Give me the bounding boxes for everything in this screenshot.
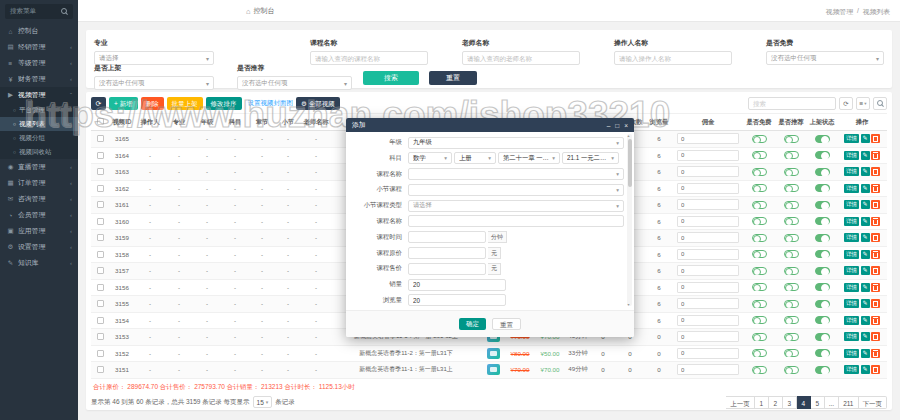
free-toggle[interactable] xyxy=(752,168,767,176)
sidebar-subitem-video-list[interactable]: ○ 视频列表 xyxy=(0,117,78,131)
delete-row-button[interactable] xyxy=(871,184,880,193)
free-toggle[interactable] xyxy=(752,135,767,143)
sidebar-item-apps[interactable]: ▣ 应用管理‹ xyxy=(0,223,78,239)
row-checkbox[interactable] xyxy=(97,185,104,192)
confirm-button[interactable]: 确定 xyxy=(459,318,486,330)
page-button[interactable]: 上一页 xyxy=(726,396,755,409)
recommend-toggle[interactable] xyxy=(784,349,799,357)
detail-button[interactable]: 详情 xyxy=(844,349,859,358)
delete-row-button[interactable] xyxy=(871,151,880,160)
select-all-checkbox[interactable] xyxy=(97,118,104,125)
on-shelf-toggle[interactable] xyxy=(815,168,830,176)
sidebar-item-orders[interactable]: ▦ 订单管理‹ xyxy=(0,175,78,191)
on-shelf-toggle[interactable] xyxy=(815,283,830,291)
sidebar-item-knowledge[interactable]: ✎ 知识库‹ xyxy=(0,255,78,271)
detail-button[interactable]: 详情 xyxy=(844,217,859,226)
edit-button[interactable]: ✎ xyxy=(861,283,870,292)
commission-input[interactable] xyxy=(677,150,739,161)
sales-field[interactable] xyxy=(408,279,506,291)
free-toggle[interactable] xyxy=(752,151,767,159)
page-button[interactable]: 4 xyxy=(797,396,811,409)
recommend-select[interactable]: 没有选中任何项 xyxy=(237,76,352,90)
free-toggle[interactable] xyxy=(752,184,767,192)
sale-price-field[interactable] xyxy=(408,263,486,275)
section-course-select[interactable] xyxy=(408,184,624,196)
original-price-field[interactable] xyxy=(408,247,486,259)
commission-input[interactable] xyxy=(677,348,739,359)
sidebar-subitem-platform[interactable]: ○ 平台管理 xyxy=(0,103,78,117)
recommend-toggle[interactable] xyxy=(784,184,799,192)
detail-button[interactable]: 详情 xyxy=(844,365,859,374)
on-shelf-toggle[interactable] xyxy=(815,267,830,275)
sidebar-item-video-management[interactable]: ▶ 视频管理ˇ xyxy=(0,87,78,103)
detail-button[interactable]: 详情 xyxy=(844,332,859,341)
detail-button[interactable]: 详情 xyxy=(844,250,859,259)
set-cover-link[interactable]: 设置视频封面图 xyxy=(248,99,294,108)
commission-input[interactable] xyxy=(677,282,739,293)
reset-button[interactable]: 重置 xyxy=(429,71,477,85)
on-shelf-toggle[interactable] xyxy=(815,135,830,143)
edit-button[interactable]: ✎ xyxy=(861,167,870,176)
recommend-toggle[interactable] xyxy=(784,267,799,275)
row-checkbox[interactable] xyxy=(97,366,104,373)
sidebar-item-live[interactable]: ◉ 直播管理‹ xyxy=(0,159,78,175)
course-thumbnail[interactable] xyxy=(487,348,500,359)
row-checkbox[interactable] xyxy=(97,350,104,357)
sidebar-item-members[interactable]: ◔ 会员管理‹ xyxy=(0,207,78,223)
page-button[interactable]: 1 xyxy=(755,396,769,409)
sidebar-item-settings[interactable]: ⚙ 设置管理‹ xyxy=(0,239,78,255)
row-checkbox[interactable] xyxy=(97,317,104,324)
fullscreen-search-button[interactable] xyxy=(873,97,887,110)
free-toggle[interactable] xyxy=(752,349,767,357)
sidebar-search-input[interactable]: 搜索菜单 xyxy=(5,4,73,19)
page-button[interactable]: 5 xyxy=(811,396,825,409)
on-shelf-toggle[interactable] xyxy=(815,234,830,242)
row-checkbox[interactable] xyxy=(97,168,104,175)
sidebar-item-finance[interactable]: ¥ 财务管理‹ xyxy=(0,71,78,87)
detail-button[interactable]: 详情 xyxy=(844,200,859,209)
search-button[interactable]: 搜索 xyxy=(363,71,419,85)
edit-button[interactable]: ✎ xyxy=(861,250,870,259)
edit-button[interactable]: ✎ xyxy=(861,299,870,308)
detail-button[interactable]: 详情 xyxy=(844,151,859,160)
close-icon[interactable]: × xyxy=(624,122,628,129)
page-button[interactable]: 3 xyxy=(783,396,797,409)
row-checkbox[interactable] xyxy=(97,234,104,241)
edit-button[interactable]: ✎ xyxy=(861,184,870,193)
on-shelf-toggle[interactable] xyxy=(815,333,830,341)
commission-input[interactable] xyxy=(677,216,739,227)
recommend-toggle[interactable] xyxy=(784,283,799,291)
sidebar-subitem-video-groups[interactable]: ○ 视频分组 xyxy=(0,131,78,145)
edit-button[interactable]: ✎ xyxy=(861,217,870,226)
free-toggle[interactable] xyxy=(752,300,767,308)
sidebar-subitem-video-recycle[interactable]: ○ 视频回收站 xyxy=(0,145,78,159)
row-checkbox[interactable] xyxy=(97,135,104,142)
on-shelf-toggle[interactable] xyxy=(815,316,830,324)
detail-button[interactable]: 详情 xyxy=(844,233,859,242)
free-toggle[interactable] xyxy=(752,234,767,242)
row-checkbox[interactable] xyxy=(97,300,104,307)
on-shelf-toggle[interactable] xyxy=(815,184,830,192)
delete-row-button[interactable] xyxy=(871,283,880,292)
on-shelf-toggle[interactable] xyxy=(815,151,830,159)
commission-input[interactable] xyxy=(677,199,739,210)
volume-select[interactable]: 上册 xyxy=(454,152,496,164)
page-button[interactable]: 211 xyxy=(839,396,858,409)
row-checkbox[interactable] xyxy=(97,201,104,208)
table-search-input[interactable] xyxy=(748,97,836,110)
modal-reset-button[interactable]: 重置 xyxy=(492,318,521,330)
edit-button[interactable]: ✎ xyxy=(861,266,870,275)
commission-input[interactable] xyxy=(677,315,739,326)
course-time-field[interactable] xyxy=(408,231,486,243)
edit-button[interactable]: ✎ xyxy=(861,134,870,143)
free-toggle[interactable] xyxy=(752,366,767,374)
commission-input[interactable] xyxy=(677,166,739,177)
delete-row-button[interactable] xyxy=(871,250,880,259)
columns-dropdown-button[interactable]: ≡▾ xyxy=(856,97,870,110)
maximize-icon[interactable]: □ xyxy=(615,122,619,129)
commission-input[interactable] xyxy=(677,232,739,243)
sidebar-item-consult[interactable]: ✉ 咨询管理‹ xyxy=(0,191,78,207)
delete-row-button[interactable] xyxy=(871,316,880,325)
on-shelf-toggle[interactable] xyxy=(815,366,830,374)
section-select[interactable]: 21.1 一元二次方程 xyxy=(562,152,619,164)
